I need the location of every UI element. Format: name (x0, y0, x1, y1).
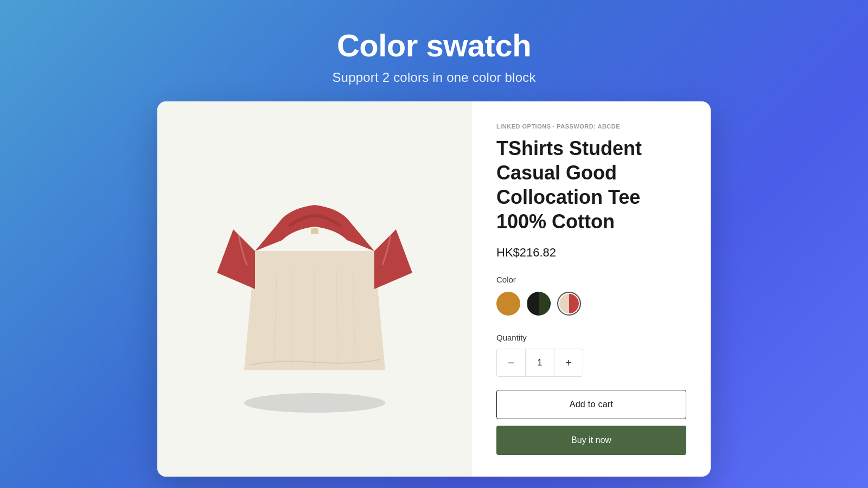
color-swatches-container (496, 292, 686, 316)
svg-rect-6 (311, 228, 318, 234)
color-swatch-red-cream[interactable] (557, 292, 581, 316)
svg-point-0 (244, 393, 385, 413)
quantity-label: Quantity (496, 333, 686, 342)
linked-options-label: LINKED OPTIONS · PASSWORD: ABCDE (496, 123, 686, 130)
page-title: Color swatch (0, 27, 868, 63)
quantity-value: 1 (525, 349, 554, 376)
quantity-increase-button[interactable]: + (554, 349, 583, 377)
product-title: TShirts Student Casual Good Collocation … (496, 136, 686, 234)
color-section-label: Color (496, 275, 686, 284)
color-swatch-amber[interactable] (496, 292, 520, 316)
product-image-area (157, 101, 472, 477)
header-section: Color swatch Support 2 colors in one col… (0, 0, 868, 101)
quantity-section: Quantity − 1 + (496, 333, 686, 377)
page-subtitle: Support 2 colors in one color block (0, 70, 868, 85)
buy-now-button[interactable]: Buy it now (496, 426, 686, 455)
quantity-control: − 1 + (496, 349, 583, 377)
quantity-decrease-button[interactable]: − (497, 349, 525, 377)
product-image (212, 164, 418, 414)
product-card: LINKED OPTIONS · PASSWORD: ABCDE TShirts… (157, 101, 711, 477)
product-price: HK$216.82 (496, 246, 686, 260)
color-swatch-green-black[interactable] (527, 292, 551, 316)
add-to-cart-button[interactable]: Add to cart (496, 390, 686, 419)
product-details: LINKED OPTIONS · PASSWORD: ABCDE TShirts… (472, 101, 711, 477)
